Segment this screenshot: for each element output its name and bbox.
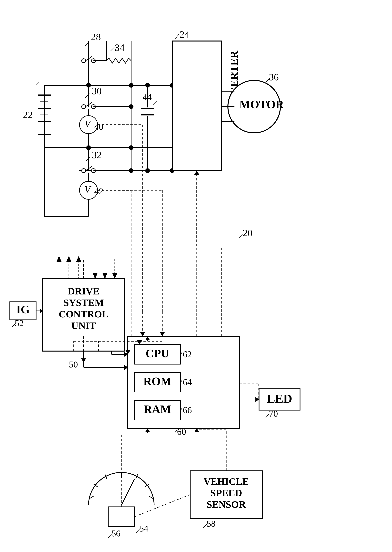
svg-rect-68: [172, 41, 221, 171]
motor-text: MOTOR: [239, 98, 284, 111]
svg-point-65: [145, 83, 150, 88]
voltmeter2-v: V: [84, 184, 91, 195]
ram-text: RAM: [144, 403, 171, 416]
svg-point-17: [82, 59, 86, 63]
cpubox-label: 60: [177, 427, 186, 437]
vss-text-line1: VEHICLE: [204, 476, 249, 487]
dscu-text-line3: CONTROL: [59, 309, 108, 319]
cpu-text: CPU: [146, 347, 169, 360]
svg-point-45: [82, 169, 86, 173]
vss-text-line2: SPEED: [210, 488, 242, 498]
inverter-label: 24: [180, 29, 189, 40]
led-label: 70: [269, 409, 278, 419]
voltmeter1-v: V: [84, 118, 91, 129]
switch30-label: 30: [92, 86, 102, 96]
dscu-connection-label: 50: [69, 359, 78, 369]
switch32-label: 32: [92, 150, 102, 160]
vss-label: 58: [207, 518, 216, 529]
svg-point-66: [145, 168, 150, 173]
voltmeter42-label: 42: [94, 186, 103, 196]
motor-label: 36: [269, 72, 279, 83]
dscu-text-line4: UNIT: [71, 320, 96, 331]
led-text: LED: [267, 392, 292, 405]
rom-label: 64: [183, 377, 192, 387]
resistor-label: 34: [115, 42, 125, 53]
dscu-text-line2: SYSTEM: [63, 297, 104, 308]
battery-label: 22: [23, 109, 33, 120]
svg-rect-146: [108, 507, 134, 527]
svg-point-28: [82, 105, 86, 109]
rom-text: ROM: [143, 375, 171, 388]
voltmeter40-label: 40: [94, 121, 103, 132]
encoder-label: 54: [139, 524, 148, 533]
ig-label: 52: [15, 318, 24, 328]
vss-text-line3: SENSOR: [207, 499, 246, 510]
system-label: 20: [243, 227, 252, 238]
ig-text: IG: [16, 303, 30, 316]
capacitor-label: 44: [143, 92, 152, 102]
speedometer-label: 56: [112, 528, 120, 538]
ram-label: 66: [183, 405, 192, 415]
dscu-text-line1: DRIVE: [68, 286, 99, 297]
cpu-label: 62: [183, 349, 192, 359]
